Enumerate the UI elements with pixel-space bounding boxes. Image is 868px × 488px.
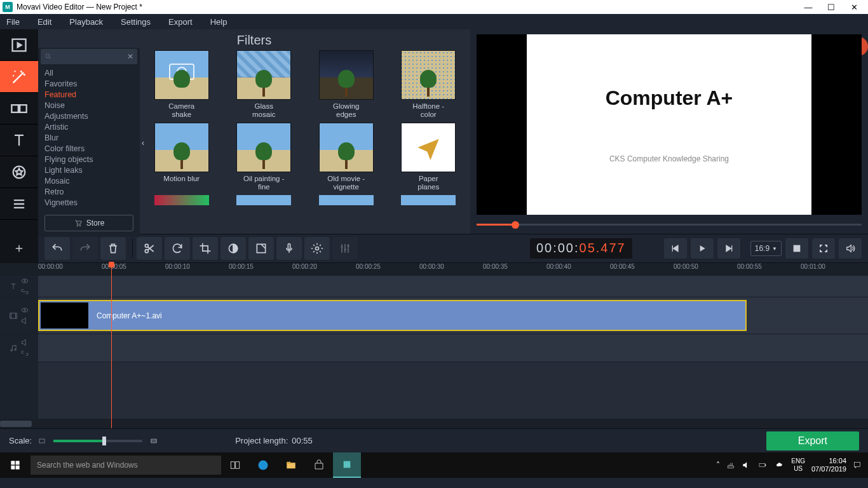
taskbar-edge[interactable] (249, 452, 277, 478)
tool-stickers[interactable] (0, 156, 38, 188)
clear-search-icon[interactable]: ✕ (127, 52, 133, 61)
playhead-handle[interactable] (109, 262, 114, 268)
scale-slider[interactable] (53, 440, 142, 442)
taskbar-explorer[interactable] (277, 452, 305, 478)
video-track[interactable]: Computer A+~1.avi (0, 297, 868, 334)
cat-featured[interactable]: Featured (44, 90, 133, 100)
taskbar-search[interactable]: Search the web and Windows (31, 456, 221, 475)
filter-glass-mosaic[interactable]: Glass mosaic (229, 50, 300, 119)
timeline-scrollbar[interactable] (0, 419, 868, 428)
video-preview[interactable]: Computer A+ CKS Computer Knowledge Shari… (477, 34, 862, 215)
next-frame-button[interactable] (717, 238, 740, 259)
menu-file[interactable]: File (6, 17, 20, 27)
cat-favorites[interactable]: Favorites (44, 79, 133, 90)
detach-preview-button[interactable] (785, 238, 808, 259)
eye-icon[interactable] (20, 306, 29, 315)
add-track-button[interactable] (0, 234, 38, 263)
cat-retro[interactable]: Retro (44, 187, 133, 198)
title-track[interactable] (0, 276, 868, 297)
color-button[interactable] (220, 237, 246, 260)
unlink-icon[interactable] (20, 349, 29, 358)
tray-chevron-icon[interactable]: ˄ (716, 461, 720, 470)
taskbar-movavi[interactable] (333, 452, 361, 478)
record-audio-button[interactable] (276, 237, 302, 260)
cat-flying[interactable]: Flying objects (44, 154, 133, 165)
tray-language[interactable]: ENGUS (791, 458, 805, 473)
tray-notifications-icon[interactable] (853, 461, 862, 470)
menu-help[interactable]: Help (210, 17, 227, 27)
cat-all[interactable]: All (44, 68, 133, 79)
audio-track[interactable] (0, 334, 868, 362)
tray-network-icon[interactable] (726, 461, 735, 470)
play-button[interactable] (691, 238, 714, 259)
tray-onedrive-icon[interactable] (775, 461, 785, 469)
svg-rect-32 (759, 464, 765, 467)
zoom-out-icon[interactable] (37, 437, 47, 445)
cat-noise[interactable]: Noise (44, 100, 133, 111)
settings-button[interactable] (304, 237, 330, 260)
tool-import[interactable] (0, 29, 38, 61)
wand-icon (10, 68, 28, 86)
store-button[interactable]: Store (44, 215, 133, 231)
tray-clock[interactable]: 16:0407/07/2019 (811, 457, 846, 473)
volume-button[interactable] (839, 238, 862, 259)
tool-transitions[interactable] (0, 93, 38, 125)
prev-frame-button[interactable] (664, 238, 687, 259)
menu-playback[interactable]: Playback (69, 17, 103, 27)
maximize-button[interactable]: ☐ (820, 3, 843, 12)
filter-halftone[interactable]: Halftone - color (393, 50, 465, 119)
tool-titles[interactable] (0, 125, 38, 156)
delete-button[interactable] (100, 237, 126, 260)
redo-button[interactable] (72, 237, 98, 260)
cat-blur[interactable]: Blur (44, 133, 133, 144)
video-clip[interactable]: Computer A+~1.avi (38, 300, 747, 331)
minimize-button[interactable]: — (797, 3, 820, 12)
menu-export[interactable]: Export (168, 17, 193, 27)
menu-edit[interactable]: Edit (37, 17, 51, 27)
svg-rect-2 (20, 105, 26, 112)
taskbar-store[interactable] (305, 452, 333, 478)
filter-old-movie[interactable]: Old movie - vignette (311, 123, 382, 191)
crop-button[interactable] (193, 237, 218, 260)
tool-filters[interactable] (0, 61, 38, 93)
start-button[interactable] (0, 460, 31, 470)
timeline-ruler[interactable]: 00:00:0000:00:0500:00:1000:00:1500:00:20… (0, 263, 868, 276)
cat-vignettes[interactable]: Vignettes (44, 198, 133, 208)
zoom-in-icon[interactable] (149, 437, 159, 445)
clip-properties-button[interactable] (248, 237, 274, 260)
filter-oil-painting[interactable]: Oil painting - fine (229, 123, 300, 191)
seek-bar[interactable] (477, 219, 862, 230)
cat-adjustments[interactable]: Adjustments (44, 111, 133, 122)
playhead[interactable] (111, 263, 112, 428)
filter-search[interactable]: ✕ (41, 49, 137, 64)
filter-glowing-edges[interactable]: Glowing edges (311, 50, 382, 119)
task-view-button[interactable] (221, 452, 249, 478)
list-icon (10, 195, 28, 213)
collapse-categories[interactable]: ‹ (140, 130, 146, 156)
tray-battery-icon[interactable] (757, 461, 768, 469)
filter-motion-blur[interactable]: Motion blur (146, 123, 217, 191)
cat-colorfilters[interactable]: Color filters (44, 144, 133, 154)
fullscreen-button[interactable] (812, 238, 835, 259)
cat-artistic[interactable]: Artistic (44, 122, 133, 133)
rotate-button[interactable] (165, 237, 190, 260)
cat-lightleaks[interactable]: Light leaks (44, 165, 133, 176)
filter-camera-shake[interactable]: Camera shake (146, 50, 217, 119)
cat-mosaic[interactable]: Mosaic (44, 176, 133, 187)
close-button[interactable]: ✕ (843, 3, 865, 12)
export-button[interactable]: Export (766, 431, 859, 451)
equalizer-button[interactable] (332, 237, 358, 260)
filter-paper-planes[interactable]: Paper planes (393, 123, 465, 191)
split-button[interactable] (137, 237, 162, 260)
link-icon[interactable] (20, 287, 29, 296)
undo-button[interactable] (44, 237, 70, 260)
speaker-icon[interactable] (20, 338, 29, 347)
eye-icon[interactable] (20, 276, 29, 285)
speaker-icon[interactable] (20, 316, 29, 325)
tray-volume-icon[interactable] (742, 461, 750, 470)
seek-knob[interactable] (512, 221, 519, 229)
tool-more[interactable] (0, 188, 38, 220)
timeline-tracks: Computer A+~1.avi (0, 276, 868, 419)
menu-settings[interactable]: Settings (121, 17, 151, 27)
aspect-ratio-selector[interactable]: 16:9▼ (750, 241, 782, 256)
